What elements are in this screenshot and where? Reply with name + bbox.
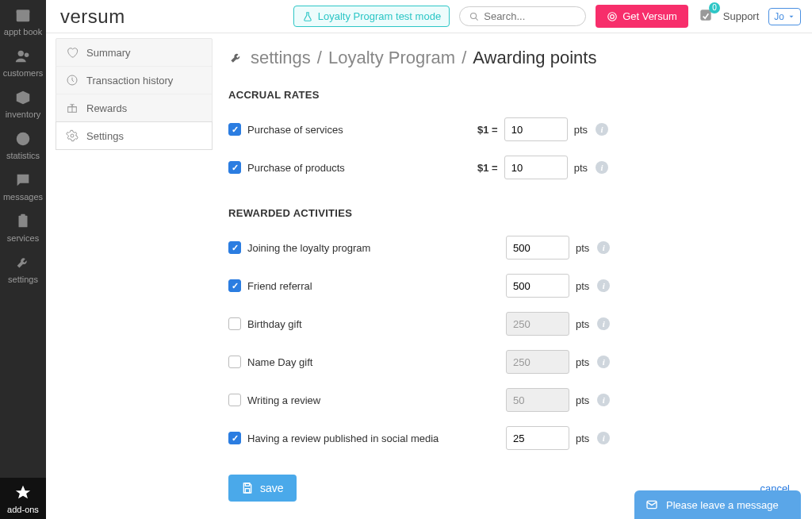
- nav-label: services: [7, 233, 39, 243]
- search-box[interactable]: [459, 6, 586, 26]
- pts-label: pts: [576, 242, 589, 254]
- checkbox-referral[interactable]: [228, 279, 241, 292]
- svg-point-9: [611, 14, 615, 18]
- save-icon: [241, 482, 254, 494]
- pts-label: pts: [574, 124, 588, 136]
- nav-messages[interactable]: messages: [0, 165, 46, 206]
- nav-inventory[interactable]: inventory: [0, 83, 46, 124]
- svg-point-13: [71, 134, 74, 137]
- breadcrumb-settings[interactable]: settings: [251, 48, 311, 68]
- pts-label: pts: [576, 394, 589, 406]
- rewarded-row-social: Having a review published in social medi…: [228, 425, 790, 451]
- subnav-transaction-history[interactable]: Transaction history: [56, 67, 212, 94]
- points-input-nameday[interactable]: [506, 350, 569, 374]
- subnav-settings[interactable]: Settings: [56, 121, 213, 150]
- logo: versum: [60, 6, 125, 28]
- pts-label: pts: [576, 280, 589, 292]
- checkbox-products[interactable]: [228, 161, 241, 174]
- sub-sidebar: Summary Transaction history Rewards Sett…: [56, 38, 213, 150]
- pts-label: pts: [574, 162, 588, 174]
- points-input-referral[interactable]: [506, 274, 569, 298]
- row-label: Friend referral: [247, 280, 506, 292]
- svg-rect-10: [700, 10, 710, 20]
- chat-icon: [14, 171, 32, 189]
- gift-icon: [66, 102, 79, 114]
- accrual-row-products: Purchase of products $1 = pts i: [228, 155, 790, 180]
- box-icon: [14, 89, 32, 106]
- info-icon[interactable]: i: [596, 161, 608, 174]
- user-menu[interactable]: Jo: [768, 8, 801, 25]
- notif-badge: 0: [709, 2, 720, 13]
- info-icon[interactable]: i: [597, 356, 610, 368]
- nav-statistics[interactable]: statistics: [0, 124, 46, 165]
- checkbox-social[interactable]: [228, 432, 241, 444]
- rewarded-row-review: Writing a review pts i: [228, 387, 790, 413]
- mail-icon: [645, 498, 658, 511]
- info-icon[interactable]: i: [597, 241, 610, 254]
- row-label: Birthday gift: [247, 318, 506, 330]
- clock-icon: [66, 74, 79, 86]
- search-icon: [469, 11, 479, 22]
- get-versum-button[interactable]: Get Versum: [596, 5, 688, 28]
- rewarded-title: REWARDED ACTIVITIES: [228, 207, 790, 219]
- checkbox-birthday[interactable]: [228, 317, 241, 330]
- prefix: $1 =: [477, 124, 498, 136]
- clipboard-icon: [14, 213, 32, 230]
- nav-customers[interactable]: customers: [0, 41, 46, 83]
- info-icon[interactable]: i: [597, 394, 610, 406]
- nav-label: inventory: [6, 110, 41, 119]
- nav-services[interactable]: services: [0, 206, 46, 248]
- nav-label: messages: [3, 192, 43, 202]
- info-icon[interactable]: i: [596, 123, 608, 136]
- breadcrumb: settings / Loyalty Program / Awarding po…: [228, 48, 790, 68]
- points-input-birthday[interactable]: [506, 312, 569, 336]
- checkbox-joining[interactable]: [228, 241, 241, 254]
- pts-label: pts: [576, 432, 589, 444]
- star-icon: [14, 484, 32, 502]
- row-label: Having a review published in social medi…: [247, 432, 506, 444]
- checkbox-nameday[interactable]: [228, 356, 241, 368]
- chevron-down-icon: [787, 13, 795, 21]
- row-label: Writing a review: [247, 394, 506, 406]
- info-icon[interactable]: i: [597, 279, 610, 292]
- nav-add-ons[interactable]: add-ons: [0, 478, 46, 519]
- svg-point-7: [471, 13, 477, 18]
- target-icon: [607, 11, 618, 22]
- save-button[interactable]: save: [228, 475, 297, 502]
- subnav-summary[interactable]: Summary: [56, 39, 212, 67]
- row-label: Name Day gift: [247, 356, 506, 368]
- points-input-products[interactable]: [504, 156, 568, 179]
- points-input-joining[interactable]: [506, 236, 569, 260]
- flask-icon: [302, 11, 313, 22]
- accrual-row-services: Purchase of services $1 = pts i: [228, 117, 790, 142]
- breadcrumb-loyalty[interactable]: Loyalty Program: [328, 48, 455, 68]
- breadcrumb-current: Awarding points: [473, 48, 596, 68]
- test-mode-badge[interactable]: Loyalty Program test mode: [293, 6, 450, 27]
- svg-rect-5: [19, 216, 28, 228]
- notifications-icon[interactable]: 0: [698, 7, 714, 25]
- content: settings / Loyalty Program / Awarding po…: [214, 38, 812, 519]
- points-input-services[interactable]: [504, 117, 568, 141]
- svg-rect-15: [245, 489, 249, 493]
- nav-appt-book[interactable]: appt book: [0, 0, 46, 41]
- svg-point-2: [18, 51, 24, 56]
- points-input-social[interactable]: [506, 426, 569, 450]
- subnav-rewards[interactable]: Rewards: [56, 94, 212, 122]
- checkbox-services[interactable]: [228, 123, 241, 136]
- info-icon[interactable]: i: [597, 432, 610, 444]
- rewarded-row-joining: Joining the loyalty program pts i: [228, 235, 790, 260]
- wrench-icon: [228, 50, 244, 66]
- info-icon[interactable]: i: [597, 317, 610, 330]
- pie-chart-icon: [14, 130, 32, 148]
- nav-label: settings: [8, 275, 38, 284]
- heart-icon: [66, 46, 79, 59]
- chat-widget[interactable]: Please leave a message: [634, 490, 801, 519]
- prefix: $1 =: [477, 162, 498, 174]
- checkbox-review[interactable]: [228, 394, 241, 406]
- rewarded-row-referral: Friend referral pts i: [228, 273, 790, 298]
- points-input-review[interactable]: [506, 388, 569, 412]
- calendar-icon: [14, 6, 32, 24]
- support-link[interactable]: Support: [723, 10, 760, 22]
- search-input[interactable]: [484, 10, 576, 22]
- nav-settings[interactable]: settings: [0, 248, 46, 289]
